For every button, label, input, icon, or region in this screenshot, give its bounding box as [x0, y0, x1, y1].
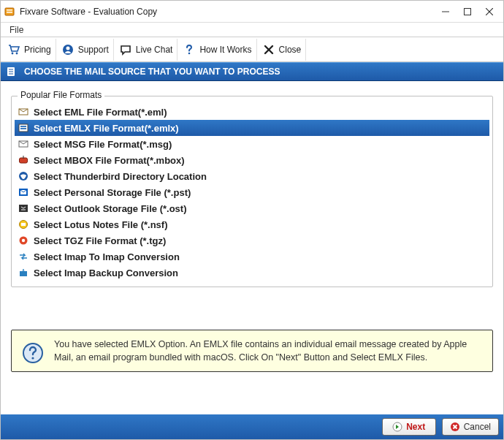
- close-window-button[interactable]: [478, 4, 500, 19]
- svg-rect-23: [20, 158, 28, 163]
- msg-icon: [18, 138, 29, 150]
- banner-text: CHOOSE THE MAIL SOURCE THAT YOU WANT TO …: [24, 67, 280, 77]
- mbox-icon: [18, 154, 29, 166]
- minimize-button[interactable]: [435, 4, 457, 19]
- support-button[interactable]: Support: [56, 39, 114, 61]
- support-label: Support: [78, 45, 109, 55]
- svg-rect-24: [23, 156, 24, 159]
- svg-point-7: [12, 52, 14, 54]
- help-icon: [22, 342, 44, 364]
- imap-icon: [18, 251, 29, 262]
- format-tgz[interactable]: Select TGZ File Format (*.tgz): [15, 232, 489, 249]
- svg-rect-30: [21, 223, 26, 226]
- format-label: Select MBOX File Format(*.mbox): [34, 155, 185, 166]
- menu-file[interactable]: File: [5, 23, 28, 37]
- formats-group: Popular File Formats Select EML File For…: [11, 96, 493, 287]
- format-label: Select Personal Storage File (*.pst): [34, 187, 191, 198]
- ost-icon: [18, 202, 29, 214]
- cancel-button[interactable]: Cancel: [442, 418, 499, 436]
- format-label: Select Thunderbird Directory Location: [34, 171, 207, 182]
- format-label: Select EML File Format(*.eml): [34, 107, 167, 118]
- format-nsf[interactable]: Select Lotus Notes File (*.nsf): [15, 216, 489, 232]
- close-icon: [261, 42, 276, 57]
- content-area: Popular File Formats Select EML File For…: [1, 81, 503, 414]
- format-pst[interactable]: Select Personal Storage File (*.pst): [15, 184, 489, 200]
- format-ost[interactable]: Select Outlook Storage File (*.ost): [15, 200, 489, 216]
- support-icon: [61, 42, 75, 57]
- arrow-right-icon: [392, 422, 402, 432]
- eml-icon: [18, 106, 29, 118]
- cancel-label: Cancel: [464, 422, 491, 432]
- app-icon: [4, 6, 15, 18]
- howitworks-button[interactable]: How It Works: [177, 39, 256, 61]
- svg-rect-21: [20, 128, 26, 129]
- livechat-label: Live Chat: [136, 45, 173, 55]
- imap-backup-icon: [18, 267, 29, 278]
- svg-rect-1: [7, 10, 12, 11]
- description-text: You have selected EMLX Option. An EMLX f…: [54, 338, 482, 364]
- format-thunderbird[interactable]: Select Thunderbird Directory Location: [15, 168, 489, 184]
- svg-point-8: [16, 52, 18, 54]
- window-controls: [435, 4, 500, 19]
- livechat-button[interactable]: Live Chat: [114, 39, 178, 61]
- tgz-icon: [18, 235, 29, 246]
- howitworks-label: How It Works: [199, 45, 251, 55]
- format-label: Select TGZ File Format (*.tgz): [34, 235, 166, 246]
- next-label: Next: [406, 422, 425, 432]
- titlebar: Fixvare Software - Evaluation Copy: [1, 1, 503, 23]
- format-imap-to-imap[interactable]: Select Imap To Imap Conversion: [15, 249, 489, 265]
- formats-list: Select EML File Format(*.eml) Select EML…: [15, 104, 489, 281]
- close-label: Close: [279, 45, 302, 55]
- document-icon: [5, 66, 17, 77]
- thunderbird-icon: [18, 170, 29, 182]
- svg-point-10: [66, 46, 69, 50]
- format-label: Select Lotus Notes File (*.nsf): [34, 219, 167, 230]
- banner: CHOOSE THE MAIL SOURCE THAT YOU WANT TO …: [1, 62, 503, 81]
- nsf-icon: [18, 219, 29, 230]
- format-label: Select EMLX File Format(*.emlx): [34, 123, 179, 134]
- format-label: Select Outlook Storage File (*.ost): [34, 203, 186, 214]
- svg-point-35: [31, 357, 34, 359]
- pst-icon: [18, 186, 29, 198]
- chat-icon: [118, 42, 133, 57]
- svg-point-32: [22, 239, 25, 242]
- format-mbox[interactable]: Select MBOX File Format(*.mbox): [15, 152, 489, 168]
- emlx-icon: [18, 122, 29, 134]
- window-title: Fixvare Software - Evaluation Copy: [20, 7, 435, 17]
- format-msg[interactable]: Select MSG File Format(*.msg): [15, 136, 489, 152]
- format-label: Select Imap To Imap Conversion: [34, 251, 180, 262]
- svg-rect-20: [20, 126, 26, 127]
- close-button[interactable]: Close: [257, 39, 307, 61]
- cancel-icon: [450, 422, 460, 432]
- format-eml[interactable]: Select EML File Format(*.eml): [15, 104, 489, 120]
- menubar: File: [1, 23, 503, 37]
- pricing-label: Pricing: [24, 45, 51, 55]
- format-label: Select MSG File Format(*.msg): [34, 139, 172, 150]
- maximize-button[interactable]: [457, 4, 478, 19]
- format-imap-backup[interactable]: Select Imap Backup Conversion: [15, 265, 489, 281]
- format-label: Select Imap Backup Conversion: [34, 268, 178, 278]
- svg-rect-4: [465, 8, 471, 15]
- question-icon: [182, 42, 196, 57]
- pricing-button[interactable]: Pricing: [2, 39, 56, 61]
- toolbar: Pricing Support Live Chat How It Works C…: [1, 37, 503, 62]
- svg-rect-2: [7, 12, 12, 13]
- cart-icon: [7, 42, 21, 57]
- formats-legend: Popular File Formats: [18, 90, 104, 100]
- footer: Next Cancel: [1, 414, 503, 439]
- next-button[interactable]: Next: [382, 418, 436, 436]
- svg-point-11: [188, 52, 191, 54]
- description-panel: You have selected EMLX Option. An EMLX f…: [11, 330, 493, 372]
- format-emlx[interactable]: Select EMLX File Format(*.emlx): [15, 120, 489, 136]
